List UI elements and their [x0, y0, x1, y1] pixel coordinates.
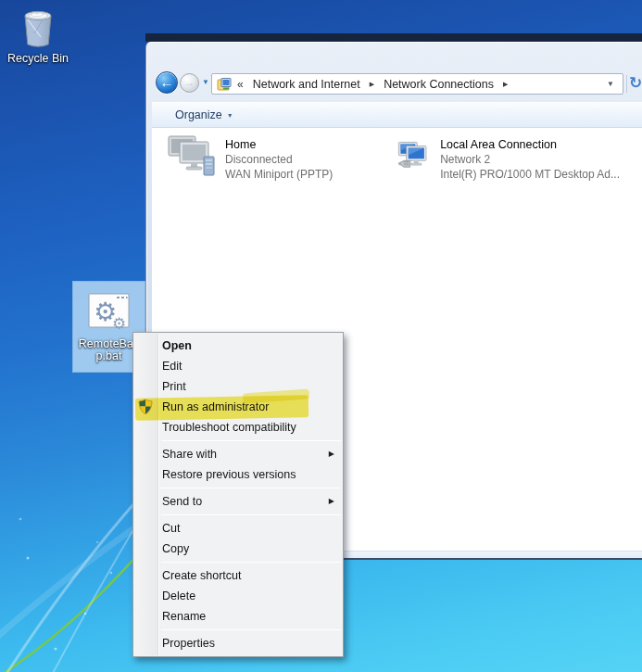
- gear-icon-small: ⚙: [112, 315, 126, 331]
- menu-item-label: Cut: [162, 522, 180, 535]
- forward-button[interactable]: →: [180, 73, 199, 93]
- breadcrumb-chevron-icon[interactable]: ▶: [368, 81, 376, 88]
- menu-separator: [161, 488, 341, 488]
- menu-item-share-with[interactable]: Share with ▶: [133, 444, 343, 464]
- connection-item-lan[interactable]: Local Area Connection Network 2 Intel(R)…: [397, 133, 620, 182]
- menu-item-create-shortcut[interactable]: Create shortcut: [133, 565, 343, 586]
- submenu-arrow-icon: ▶: [329, 491, 334, 512]
- connection-status: Disconnected: [225, 152, 333, 167]
- connection-name: Local Area Connection: [440, 137, 620, 152]
- breadcrumb-network-connections[interactable]: Network Connections: [379, 78, 498, 91]
- menu-separator: [161, 514, 341, 515]
- menu-item-properties[interactable]: Properties: [133, 633, 343, 653]
- connection-name: Home: [225, 137, 333, 152]
- tile-text: Local Area Connection Network 2 Intel(R)…: [440, 133, 620, 182]
- command-toolbar: Organize▼: [152, 102, 642, 128]
- location-icon: [217, 77, 233, 92]
- window-top-border: [145, 33, 642, 42]
- desktop: Recycle Bin ← → ▼ « Network and Internet…: [0, 0, 642, 672]
- organize-menu-button[interactable]: Organize▼: [170, 103, 239, 127]
- menu-item-cut[interactable]: Cut: [133, 518, 343, 539]
- tile-text: Home Disconnected WAN Miniport (PPTP): [225, 133, 333, 182]
- menu-item-open[interactable]: Open: [133, 336, 343, 356]
- nav-history-dropdown-icon[interactable]: ▼: [202, 78, 209, 86]
- menu-item-label: Share with: [162, 448, 217, 461]
- connection-device: WAN Miniport (PPTP): [225, 167, 333, 182]
- menu-item-label: Create shortcut: [162, 569, 241, 582]
- menu-item-edit[interactable]: Edit: [133, 356, 343, 376]
- connection-status: Network 2: [440, 152, 620, 167]
- forward-icon: →: [181, 74, 198, 92]
- menu-item-label: Open: [162, 339, 192, 352]
- organize-label: Organize: [175, 108, 222, 121]
- menu-separator: [161, 440, 341, 441]
- connection-device: Intel(R) PRO/1000 MT Desktop Ad...: [440, 167, 620, 182]
- menu-item-label: Restore previous versions: [162, 468, 296, 481]
- recycle-bin-label: Recycle Bin: [2, 53, 74, 65]
- menu-separator: [161, 629, 341, 630]
- menu-item-restore-previous-versions[interactable]: Restore previous versions: [133, 464, 343, 485]
- network-home-icon: [167, 133, 217, 177]
- menu-item-label: Copy: [162, 542, 189, 555]
- back-button[interactable]: ←: [156, 71, 178, 94]
- menu-item-print[interactable]: Print: [133, 376, 343, 397]
- menu-item-label: Rename: [162, 610, 206, 623]
- trash-can-icon: [19, 6, 57, 50]
- menu-item-label: Delete: [162, 590, 195, 602]
- recycle-bin-icon[interactable]: Recycle Bin: [2, 6, 74, 65]
- menu-separator: [161, 562, 341, 563]
- context-menu: Open Edit Print Run as administrator: [132, 332, 344, 657]
- address-dropdown-icon[interactable]: ▼: [603, 80, 618, 88]
- network-lan-icon: [397, 133, 432, 177]
- breadcrumb-chevron-icon[interactable]: ▶: [501, 81, 510, 88]
- back-icon: ←: [157, 72, 177, 93]
- menu-item-label: Edit: [162, 360, 183, 373]
- address-refresh-divider: [626, 75, 627, 93]
- refresh-icon[interactable]: ↻: [629, 73, 642, 93]
- menu-item-label: Print: [162, 380, 186, 393]
- menu-item-copy[interactable]: Copy: [133, 539, 343, 559]
- menu-item-rename[interactable]: Rename: [133, 606, 343, 627]
- breadcrumb-network-and-internet[interactable]: Network and Internet: [248, 78, 365, 91]
- batch-file-art: ⚙ ⚙: [88, 292, 131, 331]
- breadcrumb-overflow[interactable]: «: [235, 78, 245, 91]
- submenu-arrow-icon: ▶: [329, 444, 334, 464]
- menu-item-label: Troubleshoot compatibility: [162, 421, 296, 434]
- menu-item-label: Properties: [162, 637, 215, 650]
- menu-item-troubleshoot-compatibility[interactable]: Troubleshoot compatibility: [133, 417, 343, 437]
- menu-item-delete[interactable]: Delete: [133, 586, 343, 606]
- address-bar[interactable]: « Network and Internet ▶ Network Connect…: [211, 73, 623, 95]
- menu-item-label: Send to: [162, 495, 202, 508]
- connection-item-home[interactable]: Home Disconnected WAN Miniport (PPTP): [167, 133, 389, 182]
- chevron-down-icon: ▼: [227, 112, 233, 119]
- menu-item-send-to[interactable]: Send to ▶: [133, 491, 343, 512]
